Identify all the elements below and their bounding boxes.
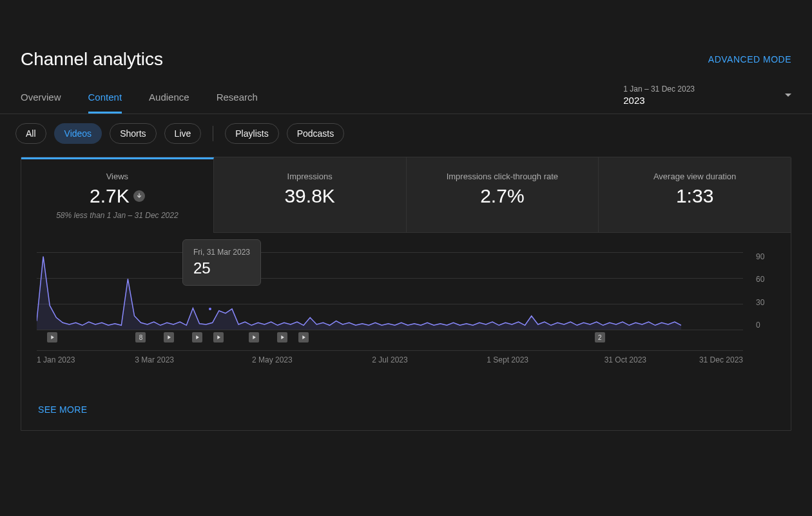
metric-value: 1:33: [676, 185, 713, 207]
metric-label: Views: [32, 172, 203, 181]
metric-label: Average view duration: [609, 172, 780, 181]
upload-count-marker[interactable]: 2: [595, 332, 605, 342]
main-tabs: OverviewContentAudienceResearch: [21, 81, 258, 114]
chart-area: 9060300 Fri, 31 Mar 2023 25 82 1 Jan 202…: [21, 233, 791, 393]
metric-value: 2.7%: [480, 185, 524, 207]
tab-research[interactable]: Research: [217, 81, 258, 114]
date-range-picker[interactable]: 1 Jan – 31 Dec 2023 2023: [623, 84, 791, 114]
x-tick: 2 Jul 2023: [372, 355, 407, 364]
upload-marker[interactable]: [298, 332, 309, 342]
chip-playlists[interactable]: Playlists: [225, 123, 278, 144]
metric-impressions[interactable]: Impressions39.8K: [214, 157, 407, 233]
date-range-label: 1 Jan – 31 Dec 2023: [623, 84, 695, 94]
chip-all[interactable]: All: [15, 123, 46, 144]
chip-videos[interactable]: Videos: [54, 123, 102, 144]
dropdown-arrow-icon: [785, 94, 791, 97]
x-tick: 31 Dec 2023: [699, 355, 743, 364]
x-tick: 1 Sept 2023: [487, 355, 528, 364]
trend-down-icon: [133, 190, 145, 202]
y-tick: 30: [756, 298, 775, 307]
chip-podcasts[interactable]: Podcasts: [287, 123, 345, 144]
date-range-value: 2023: [623, 95, 695, 106]
upload-marker[interactable]: [277, 332, 287, 342]
chart-tooltip: Fri, 31 Mar 2023 25: [182, 239, 261, 286]
chip-live[interactable]: Live: [164, 123, 202, 144]
y-tick: 0: [756, 321, 775, 330]
metric-compare: 58% less than 1 Jan – 31 Dec 2022: [32, 211, 203, 220]
metric-views[interactable]: Views2.7K58% less than 1 Jan – 31 Dec 20…: [21, 157, 214, 233]
metric-value: 39.8K: [284, 185, 334, 207]
x-tick: 1 Jan 2023: [37, 355, 75, 364]
see-more-button[interactable]: SEE MORE: [21, 393, 791, 430]
metric-impressions-click-through-rate[interactable]: Impressions click-through rate2.7%: [407, 157, 599, 233]
chart-hover-point: [208, 306, 213, 312]
chip-divider: [213, 126, 213, 141]
metric-value: 2.7K: [90, 185, 130, 207]
upload-marker[interactable]: [213, 332, 224, 342]
page-title: Channel analytics: [21, 49, 163, 70]
tooltip-date: Fri, 31 Mar 2023: [193, 248, 250, 257]
upload-marker[interactable]: [192, 332, 202, 342]
metrics-card: Views2.7K58% less than 1 Jan – 31 Dec 20…: [21, 157, 791, 431]
chip-shorts[interactable]: Shorts: [110, 123, 156, 144]
tooltip-value: 25: [193, 259, 250, 277]
x-tick: 2 May 2023: [252, 355, 293, 364]
x-tick: 3 Mar 2023: [135, 355, 174, 364]
upload-marker[interactable]: [164, 332, 174, 342]
upload-marker[interactable]: [249, 332, 259, 342]
upload-count-marker[interactable]: 8: [135, 332, 146, 342]
tab-audience[interactable]: Audience: [149, 81, 189, 114]
upload-marker[interactable]: [47, 332, 57, 342]
tab-content[interactable]: Content: [88, 81, 122, 114]
tab-overview[interactable]: Overview: [21, 81, 61, 114]
advanced-mode-button[interactable]: ADVANCED MODE: [708, 54, 791, 64]
line-chart[interactable]: [37, 252, 681, 330]
x-tick: 31 Oct 2023: [604, 355, 646, 364]
metric-label: Impressions click-through rate: [417, 172, 588, 181]
y-tick: 90: [756, 252, 775, 261]
filter-chips: AllVideosShortsLivePlaylistsPodcasts: [15, 114, 791, 157]
metric-average-view-duration[interactable]: Average view duration1:33: [599, 157, 791, 233]
metric-label: Impressions: [224, 172, 396, 181]
y-tick: 60: [756, 275, 775, 284]
